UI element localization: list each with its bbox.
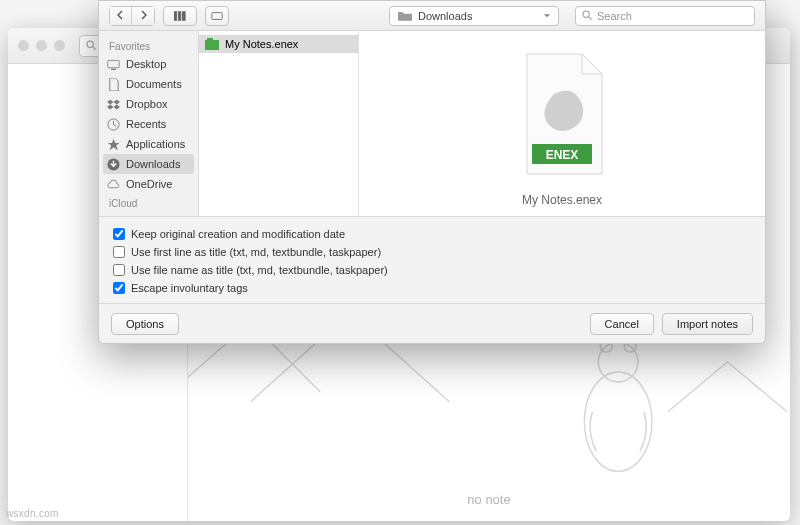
window-controls[interactable] (18, 40, 65, 51)
zoom-window-icon[interactable] (54, 40, 65, 51)
file-preview-icon: ENEX (512, 49, 612, 179)
watermark: wsxdn.com (6, 508, 59, 519)
sidebar-heading-favorites: Favorites (99, 37, 198, 54)
open-panel-toolbar: Downloads Search (99, 1, 765, 31)
svg-line-13 (589, 17, 592, 20)
option-label: Keep original creation and modification … (131, 228, 345, 240)
open-panel-body: Favorites Desktop Documents Dropbox Rece… (99, 31, 765, 216)
svg-point-0 (87, 41, 93, 47)
open-panel-search[interactable]: Search (575, 6, 755, 26)
import-notes-button[interactable]: Import notes (662, 313, 753, 335)
svg-rect-9 (178, 11, 181, 20)
open-panel-search-placeholder: Search (597, 10, 632, 22)
location-popup[interactable]: Downloads (389, 6, 559, 26)
svg-line-1 (93, 47, 96, 50)
open-panel-sidebar: Favorites Desktop Documents Dropbox Rece… (99, 31, 199, 216)
svg-rect-18 (205, 40, 219, 50)
option-label: Escape involuntary tags (131, 282, 248, 294)
svg-rect-19 (207, 38, 213, 41)
option-keep-dates-checkbox[interactable] (113, 228, 125, 240)
option-escape-tags-checkbox[interactable] (113, 282, 125, 294)
import-open-panel: Downloads Search Favorites Desktop Docum… (98, 0, 766, 344)
nav-back-button[interactable] (110, 7, 132, 25)
file-preview-name: My Notes.enex (522, 193, 602, 207)
cancel-button[interactable]: Cancel (590, 313, 654, 335)
svg-rect-10 (183, 11, 186, 20)
nav-forward-button[interactable] (132, 7, 154, 25)
sidebar-item-label: Documents (126, 78, 182, 90)
svg-point-4 (584, 372, 652, 471)
svg-rect-14 (108, 60, 119, 67)
sidebar-heading-icloud: iCloud (99, 194, 198, 211)
dropbox-icon (107, 98, 120, 111)
option-label: Use first line as title (txt, md, textbu… (131, 246, 381, 258)
option-keep-dates[interactable]: Keep original creation and modification … (113, 225, 751, 243)
folder-icon (398, 10, 412, 21)
sidebar-item-label: Dropbox (126, 98, 168, 110)
sidebar-item-onedrive[interactable]: OneDrive (99, 174, 198, 194)
option-filename-title[interactable]: Use file name as title (txt, md, textbun… (113, 261, 751, 279)
close-window-icon[interactable] (18, 40, 29, 51)
option-escape-tags[interactable]: Escape involuntary tags (113, 279, 751, 297)
view-mode-button[interactable] (163, 6, 197, 26)
svg-rect-8 (174, 11, 177, 20)
location-label: Downloads (418, 10, 472, 22)
option-first-line-title[interactable]: Use first line as title (txt, md, textbu… (113, 243, 751, 261)
sidebar-item-label: Applications (126, 138, 185, 150)
file-badge-text: ENEX (546, 148, 579, 162)
file-name: My Notes.enex (225, 38, 298, 50)
desktop-icon (107, 58, 120, 71)
file-list-column[interactable]: My Notes.enex (199, 31, 359, 216)
sidebar-item-label: Downloads (126, 158, 180, 170)
applications-icon (107, 138, 120, 151)
sidebar-item-applications[interactable]: Applications (99, 134, 198, 154)
search-icon (582, 10, 593, 21)
import-options-panel: Keep original creation and modification … (99, 216, 765, 303)
options-button[interactable]: Options (111, 313, 179, 335)
option-label: Use file name as title (txt, md, textbun… (131, 264, 388, 276)
svg-point-5 (598, 342, 638, 382)
nav-back-forward[interactable] (109, 6, 155, 26)
sidebar-item-documents[interactable]: Documents (99, 74, 198, 94)
file-preview-column: ENEX My Notes.enex (359, 31, 765, 216)
group-by-button[interactable] (205, 6, 229, 26)
search-icon (86, 40, 97, 51)
sidebar-item-label: Desktop (126, 58, 166, 70)
option-first-line-title-checkbox[interactable] (113, 246, 125, 258)
open-panel-footer: Options Cancel Import notes (99, 303, 765, 343)
empty-state-label: no note (188, 492, 790, 507)
sidebar-item-label: Recents (126, 118, 166, 130)
sidebar-item-label: OneDrive (126, 178, 172, 190)
sidebar-item-recents[interactable]: Recents (99, 114, 198, 134)
documents-icon (107, 78, 120, 91)
clock-icon (107, 118, 120, 131)
sidebar-item-desktop[interactable]: Desktop (99, 54, 198, 74)
sidebar-item-downloads[interactable]: Downloads (103, 154, 194, 174)
option-filename-title-checkbox[interactable] (113, 264, 125, 276)
enex-file-icon (205, 38, 219, 50)
downloads-icon (107, 158, 120, 171)
cloud-icon (107, 178, 120, 191)
svg-rect-11 (212, 12, 222, 19)
file-row[interactable]: My Notes.enex (199, 35, 358, 53)
minimize-window-icon[interactable] (36, 40, 47, 51)
svg-point-12 (583, 11, 589, 17)
sidebar-item-dropbox[interactable]: Dropbox (99, 94, 198, 114)
